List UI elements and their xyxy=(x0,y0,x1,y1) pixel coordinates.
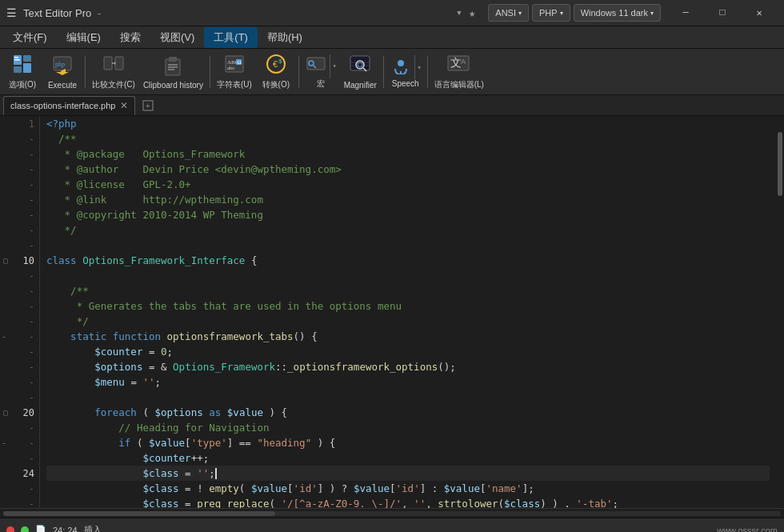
fav-icon[interactable]: ★ xyxy=(469,6,475,20)
charmap-label: 字符表(U) xyxy=(217,79,252,90)
toolbar-options-button[interactable]: 选项(O) xyxy=(3,51,42,93)
execute-icon: php xyxy=(51,54,74,79)
macro-icon xyxy=(306,56,326,77)
scroll-thumb[interactable] xyxy=(778,132,782,196)
toolbar-charmap-button[interactable]: ABC abc Ω 字符表(U) xyxy=(214,51,255,93)
code-line-4: * @author Devin Price <devin@wptheming.c… xyxy=(46,162,770,177)
toolbar-clipboard-button[interactable]: Clipboard history xyxy=(140,51,206,93)
execute-label: Execute xyxy=(48,81,77,90)
code-line-25: $class = ! empty( $value['id'] ) ? $valu… xyxy=(46,481,770,496)
horizontal-scroll-thumb[interactable] xyxy=(3,511,275,516)
gutter-line: 1 xyxy=(0,116,39,131)
magnifier-label: Magnifier xyxy=(344,81,377,90)
gutter-line: - xyxy=(0,481,39,496)
code-area[interactable]: <?php /** * @package Options_Framework *… xyxy=(40,116,776,508)
edit-mode: 插入 xyxy=(84,524,102,532)
code-line-9 xyxy=(46,238,770,253)
svg-text:+: + xyxy=(146,102,151,111)
gutter-line: - xyxy=(0,298,39,314)
toolbar-separator-2 xyxy=(210,56,210,88)
close-button[interactable]: ✕ xyxy=(741,0,778,26)
gutter-line: - xyxy=(0,496,39,508)
code-line-12: /** xyxy=(46,283,770,298)
code-line-5: * @license GPL-2.0+ xyxy=(46,177,770,192)
toolbar-separator-5 xyxy=(427,56,428,88)
code-line-23: $counter++; xyxy=(46,450,770,466)
speech-main[interactable] xyxy=(387,55,414,79)
macro-arrow[interactable]: ▾ xyxy=(330,54,339,78)
compare-icon xyxy=(102,53,125,78)
code-line-26: $class = preg_replace( '/[^a-zA-Z0-9._\-… xyxy=(46,496,770,508)
toolbar-magnifier-button[interactable]: Magnifier xyxy=(341,51,380,93)
gutter-line: - xyxy=(0,162,39,177)
tab-0[interactable]: class-options-interface.php ✕ xyxy=(3,96,135,115)
code-line-17: $options = & Options_Framework::_options… xyxy=(46,359,770,374)
code-line-11 xyxy=(46,268,770,283)
speech-arrow[interactable]: ▾ xyxy=(414,55,424,79)
gutter-line: - xyxy=(0,359,39,374)
code-line-18: $menu = ''; xyxy=(46,374,770,390)
svg-rect-2 xyxy=(23,55,31,62)
php-button[interactable]: PHP ▾ xyxy=(532,4,570,22)
menu-view[interactable]: 视图(V) xyxy=(150,27,204,48)
toolbar-convert-button[interactable]: € $ 转换(O) xyxy=(257,51,295,93)
dropdown-arrow-icon[interactable]: ▾ xyxy=(456,6,462,19)
gutter-line: - xyxy=(0,420,39,435)
ansi-chevron-icon: ▾ xyxy=(518,10,522,17)
hamburger-icon[interactable]: ☰ xyxy=(6,6,17,20)
theme-button[interactable]: Windows 11 dark ▾ xyxy=(574,4,661,22)
vertical-scrollbar[interactable] xyxy=(776,116,784,508)
svg-rect-4 xyxy=(14,57,18,58)
svg-text:€: € xyxy=(273,59,278,69)
code-line-3: * @package Options_Framework xyxy=(46,146,770,162)
svg-marker-8 xyxy=(56,72,69,75)
toolbar-lang-editor-button[interactable]: 文 A 语言编辑器(L) xyxy=(431,51,487,93)
gutter-line: - xyxy=(0,131,39,146)
horizontal-scrollbar-container xyxy=(0,508,784,518)
toolbar-separator-3 xyxy=(298,56,299,88)
tab-0-label: class-options-interface.php xyxy=(10,101,115,110)
status-bar: 📄 24: 24 插入 www.osssr.com xyxy=(0,518,784,532)
minimize-button[interactable]: ─ xyxy=(667,0,704,26)
toolbar-compare-button[interactable]: 比较文件(C) xyxy=(89,51,138,93)
maximize-button[interactable]: □ xyxy=(704,0,741,26)
svg-rect-3 xyxy=(23,63,31,73)
menu-edit[interactable]: 编辑(E) xyxy=(57,27,110,48)
gutter-line: - xyxy=(0,238,39,253)
cursor-position: 24: 24 xyxy=(53,526,78,533)
menu-file[interactable]: 文件(F) xyxy=(3,27,57,48)
gutter-line: - xyxy=(0,146,39,162)
menu-help[interactable]: 帮助(H) xyxy=(258,27,312,48)
editor-container: 1 - - - - - - - - ▢10 - - - - -- - - - -… xyxy=(0,116,784,508)
menu-search[interactable]: 搜索 xyxy=(110,27,150,48)
ansi-button[interactable]: ANSI ▾ xyxy=(488,4,529,22)
lang-editor-icon: 文 A xyxy=(446,53,472,78)
menu-tools[interactable]: 工具(T) xyxy=(204,27,258,48)
svg-rect-5 xyxy=(14,59,20,61)
gutter-line: - xyxy=(0,222,39,238)
code-line-15: static function optionsframework_tabs() … xyxy=(46,329,770,344)
macro-label: 宏 xyxy=(317,78,325,90)
new-tab-button[interactable]: + xyxy=(138,96,158,115)
tab-0-close[interactable]: ✕ xyxy=(120,100,128,111)
title-bar: ☰ Text Editor Pro - ▾ ★ ANSI ▾ PHP ▾ Win… xyxy=(0,0,784,26)
toolbar-macro-button[interactable]: ▾ 宏 xyxy=(302,51,339,93)
code-content: <?php /** * @package Options_Framework *… xyxy=(40,116,776,508)
code-line-21: // Heading for Navigation xyxy=(46,420,770,435)
toolbar-separator-1 xyxy=(85,56,86,88)
gutter-line: - xyxy=(0,207,39,222)
svg-text:文: 文 xyxy=(450,56,462,69)
toolbar-execute-button[interactable]: php Execute xyxy=(43,51,82,93)
macro-main[interactable] xyxy=(302,54,330,78)
gutter-line: - xyxy=(0,283,39,298)
svg-point-36 xyxy=(398,60,404,66)
gutter-line: - xyxy=(0,344,39,359)
horizontal-scrollbar[interactable] xyxy=(3,511,781,516)
svg-rect-1 xyxy=(14,66,22,73)
toolbar-speech-button[interactable]: ▾ Speech xyxy=(387,51,424,93)
svg-text:Ω: Ω xyxy=(237,59,241,66)
gutter-line: - xyxy=(0,177,39,192)
app-title: Text Editor Pro - xyxy=(23,7,240,19)
file-icon: 📄 xyxy=(35,525,46,532)
code-line-24: $class = ''; xyxy=(46,466,770,481)
